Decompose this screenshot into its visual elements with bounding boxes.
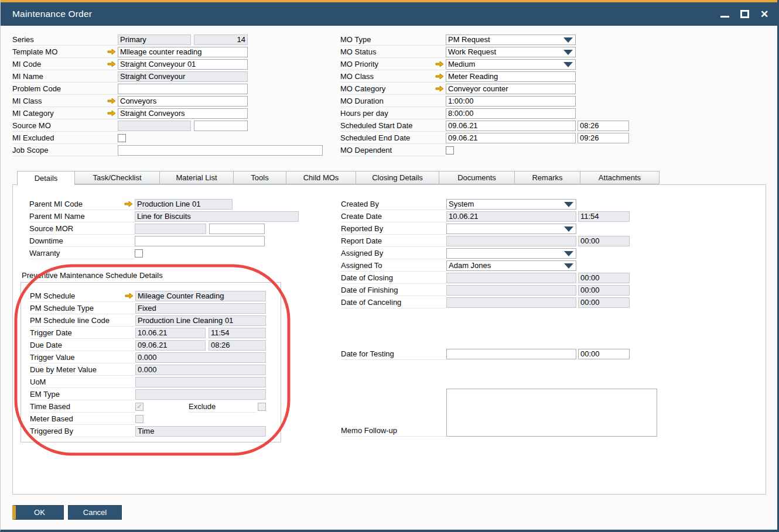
scheduled-end-date-field[interactable]: 09.06.21 (446, 133, 576, 143)
chevron-down-icon (563, 62, 573, 67)
create-date-label: Create Date (341, 212, 382, 221)
warranty-row: Warranty (29, 247, 299, 259)
create-date-row: Create Date 10.06.21 11:54 (341, 210, 657, 222)
mi-category-label: MI Category (12, 109, 54, 118)
due-by-meter-label: Due by Meter Value (30, 365, 97, 374)
assigned-by-dropdown[interactable] (446, 248, 576, 259)
mo-class-row: MO Class Meter Reading (340, 70, 629, 83)
window-title: Maintenance Order (12, 9, 92, 19)
mo-category-field[interactable]: Conveyor counter (446, 84, 576, 94)
reported-by-dropdown[interactable] (446, 224, 576, 234)
source-mor-label: Source MOR (29, 224, 73, 233)
link-arrow-icon[interactable] (124, 201, 133, 207)
link-arrow-icon[interactable] (107, 49, 116, 55)
scheduled-start-time-field[interactable]: 08:26 (578, 121, 629, 131)
parent-mi-code-field: Production Line 01 (135, 199, 233, 210)
report-date-field (446, 236, 576, 246)
job-scope-field[interactable] (118, 145, 323, 156)
series-field[interactable]: Primary (118, 35, 191, 45)
cancel-button[interactable]: Cancel (68, 505, 122, 520)
source-mo-field-1 (118, 121, 191, 131)
link-arrow-icon[interactable] (107, 61, 116, 67)
link-arrow-icon[interactable] (125, 293, 134, 299)
due-time-field: 08:26 (209, 340, 266, 351)
problem-code-field[interactable] (118, 84, 248, 94)
header-form-right: MO Type PM Request MO Status Work Reques… (340, 33, 629, 156)
tab-remarks[interactable]: Remarks (514, 171, 580, 184)
mi-name-label: MI Name (12, 72, 43, 81)
mo-dependent-label: MO Dependent (340, 146, 392, 155)
tab-details[interactable]: Details (17, 171, 75, 186)
em-type-field (135, 389, 266, 400)
mo-dependent-checkbox[interactable] (446, 146, 454, 155)
tab-child-mos[interactable]: Child MOs (286, 171, 356, 184)
mo-class-field[interactable]: Meter Reading (446, 71, 576, 82)
mi-code-row: MI Code Straight Conveyour 01 (12, 58, 323, 70)
link-arrow-icon[interactable] (107, 110, 116, 116)
source-mor-field-2[interactable] (209, 224, 265, 234)
scheduled-end-label: Scheduled End Date (340, 133, 410, 142)
report-date-label: Report Date (341, 236, 382, 245)
ok-button[interactable]: OK (12, 505, 64, 520)
testing-time-field[interactable]: 00:00 (578, 349, 630, 359)
tab-task-checklist[interactable]: Task/Checklist (74, 171, 160, 184)
source-mo-field-2[interactable] (194, 121, 248, 131)
mo-status-row: MO Status Work Request (340, 46, 629, 58)
problem-code-label: Problem Code (12, 84, 61, 93)
mi-name-field: Straight Conveyour (118, 71, 248, 82)
memo-follow-up-textarea[interactable] (446, 389, 657, 437)
tab-attachments[interactable]: Attachments (580, 171, 660, 184)
scheduled-start-date-field[interactable]: 09.06.21 (446, 121, 576, 131)
downtime-field[interactable] (135, 236, 265, 246)
meter-based-row: Meter Based (30, 413, 281, 425)
em-type-row: EM Type (30, 388, 281, 400)
link-arrow-icon[interactable] (435, 85, 444, 92)
scheduled-start-label: Scheduled Start Date (340, 121, 413, 130)
pm-schedule-type-label: PM Schedule Type (30, 304, 94, 313)
link-arrow-icon[interactable] (435, 61, 444, 67)
tab-closing-details[interactable]: Closing Details (356, 171, 439, 184)
warranty-checkbox[interactable] (135, 249, 143, 258)
em-type-label: EM Type (30, 390, 60, 399)
mi-excluded-row: MI Excluded (12, 132, 323, 144)
report-time-field: 00:00 (578, 236, 630, 246)
source-mor-field-1 (135, 224, 206, 234)
downtime-row: Downtime (29, 235, 299, 247)
memo-follow-up-label: Memo Follow-up (341, 426, 397, 435)
chevron-down-icon (564, 251, 573, 256)
minimize-icon[interactable] (719, 8, 730, 20)
mi-class-field[interactable]: Conveyors (118, 96, 248, 107)
link-arrow-icon[interactable] (107, 98, 116, 104)
date-of-finishing-field (446, 285, 576, 296)
mi-category-field[interactable]: Straight Conveyors (118, 108, 248, 119)
chevron-down-icon (564, 263, 573, 269)
assigned-to-dropdown[interactable]: Adam Jones (446, 260, 576, 271)
mo-priority-dropdown[interactable]: Medium (446, 59, 576, 70)
mo-duration-row: MO Duration 1:00:00 (340, 95, 629, 107)
mo-status-dropdown[interactable]: Work Request (446, 47, 576, 57)
scheduled-end-time-field[interactable]: 09:26 (578, 133, 629, 143)
hours-per-day-field[interactable]: 8:00:00 (446, 108, 576, 119)
triggered-by-label: Triggered By (30, 427, 73, 435)
maintenance-order-window: Maintenance Order Series Primary 14 Temp… (0, 0, 779, 532)
close-icon[interactable] (758, 8, 770, 20)
series-number-field[interactable]: 14 (194, 35, 248, 45)
create-time-field: 11:54 (578, 211, 630, 222)
maximize-icon[interactable] (739, 8, 750, 20)
mo-type-dropdown[interactable]: PM Request (446, 35, 576, 45)
created-by-dropdown[interactable]: System (446, 199, 576, 210)
mi-category-row: MI Category Straight Conveyors (12, 107, 323, 119)
mi-excluded-checkbox[interactable] (118, 134, 126, 142)
date-of-closing-label: Date of Closing (341, 273, 393, 282)
tab-material-list[interactable]: Material List (159, 171, 234, 184)
tab-tools[interactable]: Tools (233, 171, 286, 184)
link-arrow-icon[interactable] (435, 73, 444, 80)
tab-documents[interactable]: Documents (439, 171, 515, 184)
mi-code-field[interactable]: Straight Conveyour 01 (118, 59, 248, 70)
mo-duration-field[interactable]: 1:00:00 (446, 96, 576, 107)
finishing-time-field: 00:00 (578, 285, 630, 296)
job-scope-label: Job Scope (12, 146, 48, 155)
source-mor-row: Source MOR (29, 222, 299, 235)
date-for-testing-field[interactable] (446, 349, 576, 359)
template-mo-field[interactable]: Mlleage counter reading (118, 47, 248, 57)
